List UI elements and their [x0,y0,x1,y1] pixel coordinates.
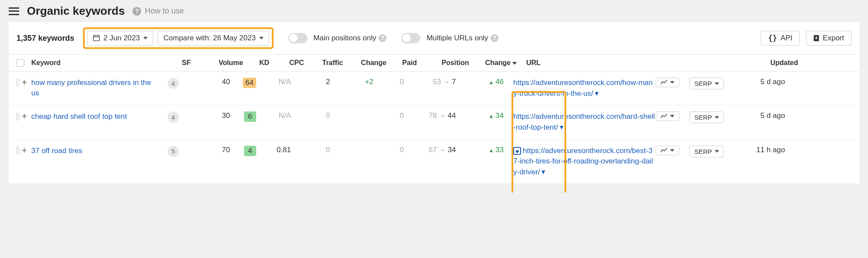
sf-badge: 5 [168,146,179,157]
updated-value: 5 d ago [737,78,785,86]
date-compare-highlight: 2 Jun 2023 Compare with: 26 May 2023 [83,27,274,49]
expand-icon[interactable]: + [22,78,27,88]
url-link[interactable]: https://adventuresontherock.com/how-many… [513,78,653,98]
traffic-value: 0 [291,146,330,154]
serp-button[interactable]: SERP [690,146,724,157]
export-button[interactable]: Export [806,31,851,46]
paid-value: 0 [373,146,404,154]
serp-button[interactable]: SERP [690,78,724,89]
col-paid[interactable]: Paid [386,59,417,67]
calendar-icon [93,35,100,42]
position-value: 53→7 [404,78,456,86]
help-icon[interactable]: ? [491,34,498,42]
cpc-value: N/A [256,111,291,120]
col-cpc[interactable]: CPC [269,59,304,67]
row-checkbox[interactable] [17,113,19,121]
keyword-link[interactable]: how many professional drivers in the us [31,78,151,97]
chevron-down-icon [715,150,719,153]
svg-rect-0 [93,36,99,41]
kd-badge: 6 [244,111,256,122]
how-to-use-link[interactable]: ? How to use [132,7,184,16]
kd-badge: 4 [244,146,256,156]
col-updated[interactable]: Updated [750,59,798,67]
chevron-down-icon[interactable]: ▾ [560,123,564,131]
line-chart-icon [660,114,667,119]
chart-button[interactable] [656,146,679,155]
chevron-down-icon [143,37,148,39]
serp-label: SERP [694,80,712,87]
how-to-use-label: How to use [145,7,184,16]
table-row: + how many professional drivers in the u… [9,72,859,105]
download-icon [813,35,819,42]
col-sf[interactable]: SF [173,59,200,67]
help-icon: ? [132,7,141,16]
line-chart-icon [660,148,667,153]
api-button[interactable]: {} API [761,31,800,46]
compare-picker-button[interactable]: Compare with: 26 May 2023 [158,31,269,46]
row-checkbox[interactable] [17,79,19,87]
serp-label: SERP [694,114,712,121]
cpc-value: 0.81 [256,146,291,154]
help-icon[interactable]: ? [379,34,386,42]
col-url[interactable]: URL [517,59,669,67]
traffic-value: 2 [291,78,330,86]
main-positions-label: Main positions only ? [314,34,387,42]
traffic-value: 0 [291,111,330,120]
chart-button[interactable] [656,111,679,121]
expand-icon[interactable]: + [22,111,27,121]
serp-label: SERP [694,148,712,155]
row-checkbox[interactable] [17,147,19,154]
chevron-down-icon [670,115,674,118]
table-header-row: Keyword SF Volume KD CPC Traffic Change … [9,55,859,72]
hamburger-menu-icon[interactable] [9,7,19,15]
col-position[interactable]: Position [417,59,469,67]
keyword-link[interactable]: 37 off road tires [31,147,83,155]
updated-value: 11 h ago [737,146,785,154]
table-row: + cheap hard shell roof top tent 4 30 6 … [9,105,859,139]
volume-value: 70 [187,146,230,154]
chevron-down-icon [670,81,674,84]
col-kd[interactable]: KD [243,59,269,67]
position-change-value: ▲33 [456,146,504,154]
col-keyword[interactable]: Keyword [31,59,173,67]
col-traffic-change[interactable]: Change [343,59,386,67]
volume-value: 30 [187,111,230,120]
select-all-checkbox[interactable] [17,59,24,67]
col-volume[interactable]: Volume [200,59,243,67]
col-traffic[interactable]: Traffic [304,59,343,67]
chevron-down-icon[interactable]: ▾ [595,89,599,98]
api-label: API [780,34,792,42]
braces-icon: {} [768,34,777,42]
sort-desc-icon [512,62,517,65]
keyword-link[interactable]: cheap hard shell roof top tent [31,112,127,121]
page-title: Organic keywords [27,4,125,18]
position-value: 67→34 [404,146,456,154]
col-position-change[interactable]: Change [469,59,517,67]
date-picker-button[interactable]: 2 Jun 2023 [87,31,153,46]
updated-value: 5 d ago [737,111,785,120]
table-row: + 37 off road tires 5 70 4 0.81 0 0 67→3… [9,140,859,184]
date-label: 2 Jun 2023 [103,34,140,42]
chevron-down-icon[interactable]: ▾ [541,168,545,176]
paid-value: 0 [373,78,404,86]
expand-icon[interactable]: + [22,146,27,156]
volume-value: 40 [187,78,230,86]
chevron-down-icon [715,116,719,119]
url-link[interactable]: https://adventuresontherock.com/best-37-… [513,147,653,176]
serp-button[interactable]: SERP [690,111,724,123]
url-link[interactable]: https://adventuresontherock.com/hard-she… [513,112,655,131]
kd-badge: 64 [243,78,256,88]
sf-badge: 4 [168,78,179,89]
chart-button[interactable] [656,78,679,87]
compare-label: Compare with: 26 May 2023 [163,34,256,42]
chevron-down-icon [670,149,674,152]
main-positions-toggle[interactable] [288,33,307,43]
cpc-value: N/A [256,78,291,86]
position-change-value: ▲46 [456,78,504,86]
paid-value: 0 [373,111,404,120]
featured-snippet-icon: ◆ [513,147,521,155]
sf-badge: 4 [168,111,179,123]
traffic-change-value: +2 [330,78,373,86]
line-chart-icon [660,80,667,85]
multiple-urls-toggle[interactable] [401,33,420,43]
